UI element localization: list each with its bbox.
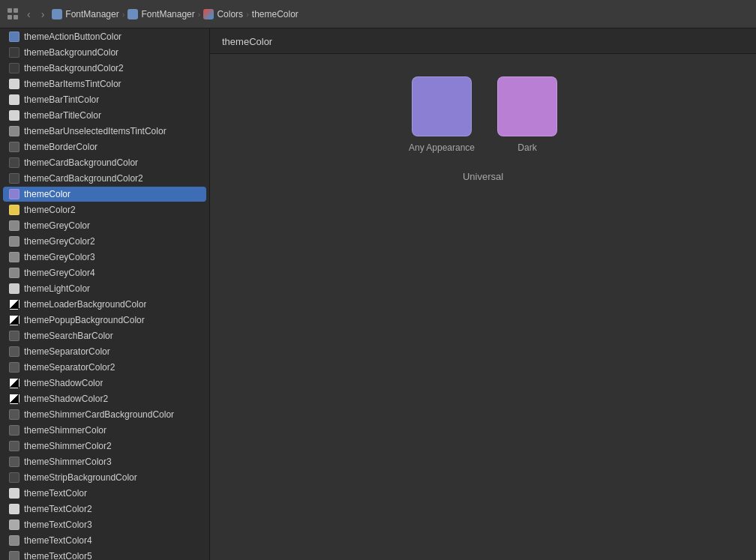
color-swatch xyxy=(9,252,20,262)
color-swatch xyxy=(9,346,20,357)
color-swatch xyxy=(9,142,20,152)
sidebar-item[interactable]: themeBarItemsTintColor xyxy=(3,76,206,91)
sidebar-item-label: themeLoaderBackgroundColor xyxy=(24,299,146,310)
breadcrumb-label-2: FontManager xyxy=(141,9,194,19)
sidebar-item[interactable]: themeBarTitleColor xyxy=(3,108,206,123)
sidebar-item-label: themeCardBackgroundColor2 xyxy=(24,173,143,184)
sidebar-item[interactable]: themeShadowColor xyxy=(3,376,206,391)
sidebar-item[interactable]: themeGreyColor4 xyxy=(3,265,206,280)
breadcrumb: FontManager › FontManager › Colors › the… xyxy=(52,9,298,19)
color-swatch xyxy=(9,94,20,105)
sidebar-item[interactable]: themeTextColor4 xyxy=(3,533,206,548)
color-swatch xyxy=(9,47,20,58)
color-swatch xyxy=(9,520,20,530)
sidebar-item[interactable]: themeShimmerColor3 xyxy=(3,454,206,469)
sidebar-item-label: themeShadowColor xyxy=(24,378,103,388)
sidebar-item-label: themeTextColor5 xyxy=(24,551,92,560)
grid-menu-icon[interactable] xyxy=(8,8,20,20)
dark-variant: Dark xyxy=(497,76,557,153)
sidebar-item-label: themeStripBackgroundColor xyxy=(24,472,137,483)
breadcrumb-fontmanager-2[interactable]: FontManager xyxy=(128,9,194,19)
color-swatch xyxy=(9,299,20,310)
sidebar-item[interactable]: themeBarTintColor xyxy=(3,92,206,107)
sidebar-item[interactable]: themePopupBackgroundColor xyxy=(3,313,206,328)
sidebar-item-label: themeGreyColor4 xyxy=(24,268,95,278)
breadcrumb-sep-2: › xyxy=(198,10,201,19)
sidebar-item-label: themeTextColor2 xyxy=(24,504,92,514)
folder-icon xyxy=(52,9,62,19)
sidebar-item[interactable]: themeSeparatorColor xyxy=(3,344,206,359)
nav-forward-button[interactable]: › xyxy=(38,7,48,22)
sidebar-item[interactable]: themeLightColor xyxy=(3,281,206,296)
sidebar-item[interactable]: themeBorderColor xyxy=(3,139,206,154)
dark-swatch[interactable] xyxy=(497,76,557,136)
color-swatch xyxy=(9,236,20,247)
sidebar-item[interactable]: themeGreyColor xyxy=(3,218,206,233)
dark-label: Dark xyxy=(518,142,536,153)
sidebar-item[interactable]: themeColor xyxy=(3,187,206,202)
sidebar-item[interactable]: themeColor2 xyxy=(3,202,206,217)
sidebar-item[interactable]: themeBackgroundColor2 xyxy=(3,61,206,76)
breadcrumb-sep-1: › xyxy=(122,10,125,19)
color-swatch xyxy=(9,331,20,341)
sidebar-item-label: themeBorderColor xyxy=(24,142,98,152)
content-body: Any Appearance Dark Universal xyxy=(210,54,756,560)
sidebar-item-label: themeGreyColor xyxy=(24,220,90,231)
sidebar-item[interactable]: themeSeparatorColor2 xyxy=(3,360,206,375)
sidebar-item[interactable]: themeTextColor5 xyxy=(3,549,206,560)
sidebar-item[interactable]: themeLoaderBackgroundColor xyxy=(3,297,206,312)
color-swatch xyxy=(9,315,20,325)
color-swatch xyxy=(9,110,20,121)
any-appearance-swatch[interactable] xyxy=(412,76,472,136)
breadcrumb-sep-3: › xyxy=(246,10,249,19)
sidebar-item-label: themeBackgroundColor2 xyxy=(24,63,124,73)
sidebar-item[interactable]: themeCardBackgroundColor2 xyxy=(3,171,206,186)
breadcrumb-fontmanager-1[interactable]: FontManager xyxy=(52,9,118,19)
universal-label: Universal xyxy=(463,171,503,182)
sidebar-item[interactable]: themeTextColor3 xyxy=(3,517,206,532)
sidebar-item-label: themeShimmerColor xyxy=(24,425,106,436)
sidebar-item-label: themeSeparatorColor2 xyxy=(24,362,115,373)
breadcrumb-label-3: Colors xyxy=(217,9,243,19)
sidebar-item[interactable]: themeShimmerCardBackgroundColor xyxy=(3,407,206,422)
sidebar-item[interactable]: themeShadowColor2 xyxy=(3,391,206,406)
sidebar-item[interactable]: themeStripBackgroundColor xyxy=(3,470,206,485)
sidebar-item[interactable]: themeTextColor xyxy=(3,486,206,501)
color-swatch xyxy=(9,220,20,231)
color-swatch xyxy=(9,79,20,89)
color-swatch xyxy=(9,535,20,546)
color-swatch xyxy=(9,441,20,451)
sidebar-item-label: themeBackgroundColor xyxy=(24,47,118,58)
sidebar-item-label: themeBarItemsTintColor xyxy=(24,79,122,89)
sidebar-item[interactable]: themeTextColor2 xyxy=(3,502,206,517)
sidebar-item[interactable]: themeBarUnselectedItemsTintColor xyxy=(3,124,206,139)
color-variants: Any Appearance Dark xyxy=(409,76,557,153)
sidebar-item-label: themeTextColor3 xyxy=(24,520,92,530)
sidebar-item[interactable]: themeBackgroundColor xyxy=(3,45,206,60)
nav-back-button[interactable]: ‹ xyxy=(24,7,34,22)
sidebar-item-label: themePopupBackgroundColor xyxy=(24,315,145,325)
sidebar-item-label: themeShimmerColor2 xyxy=(24,441,112,451)
sidebar-item[interactable]: themeGreyColor2 xyxy=(3,234,206,249)
sidebar-item-label: themeColor xyxy=(24,189,70,199)
sidebar-item[interactable]: themeSearchBarColor xyxy=(3,328,206,343)
colors-icon xyxy=(203,9,214,19)
color-swatch xyxy=(9,362,20,373)
sidebar-item[interactable]: themeShimmerColor2 xyxy=(3,439,206,454)
sidebar-item[interactable]: themeShimmerColor xyxy=(3,423,206,438)
color-swatch xyxy=(9,394,20,404)
breadcrumb-colors[interactable]: Colors xyxy=(203,9,243,19)
sidebar-item[interactable]: themeGreyColor3 xyxy=(3,250,206,265)
color-swatch xyxy=(9,378,20,388)
color-swatch xyxy=(9,457,20,467)
color-swatch xyxy=(9,205,20,215)
sidebar-item-label: themeSearchBarColor xyxy=(24,331,113,341)
sidebar-item[interactable]: themeCardBackgroundColor xyxy=(3,155,206,170)
color-swatch xyxy=(9,63,20,73)
content-title: themeColor xyxy=(222,36,272,47)
sidebar-item-label: themeGreyColor3 xyxy=(24,252,95,262)
title-bar: ‹ › FontManager › FontManager › Colors ›… xyxy=(0,0,756,28)
sidebar-item-label: themeBarUnselectedItemsTintColor xyxy=(24,126,166,136)
sidebar-item-label: themeShimmerColor3 xyxy=(24,457,112,467)
sidebar-item[interactable]: themeActionButtonColor xyxy=(3,29,206,44)
